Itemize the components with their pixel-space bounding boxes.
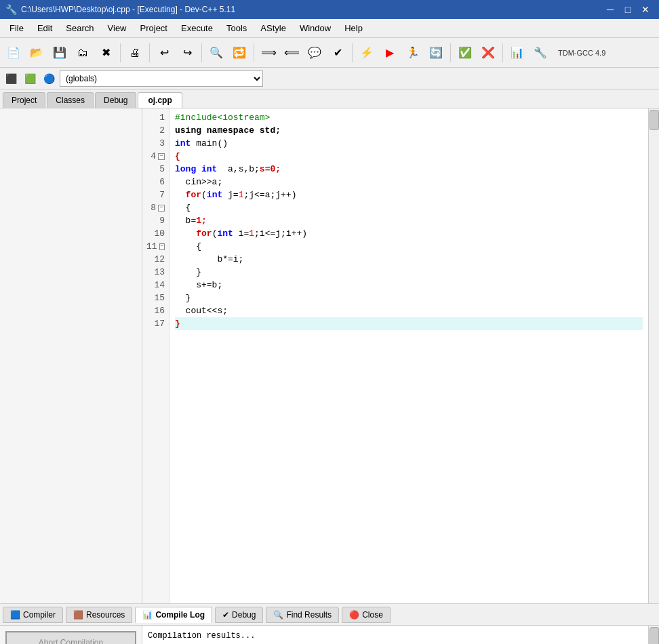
replace-button[interactable]: 🔁 — [228, 42, 250, 64]
line-num-17: 17 — [142, 317, 169, 330]
run-button[interactable]: ▶ — [379, 42, 401, 64]
code-editor[interactable]: 1 2 3 4− 5 6 7 8− 9 10 11− 12 13 14 15 1… — [142, 108, 659, 603]
line-num-5: 5 — [142, 163, 169, 176]
redo-button[interactable]: ↪ — [176, 42, 198, 64]
profile-button[interactable]: 📊 — [506, 42, 528, 64]
toolbar-separator-5 — [352, 43, 353, 62]
editor-vscroll-thumb[interactable] — [650, 110, 659, 130]
indent-button[interactable]: ⟹ — [258, 42, 279, 64]
tab-debug[interactable]: Debug — [95, 92, 136, 108]
print-button[interactable]: 🖨 — [124, 42, 146, 64]
line-numbers: 1 2 3 4− 5 6 7 8− 9 10 11− 12 13 14 15 1… — [142, 108, 169, 603]
tab-project[interactable]: Project — [3, 92, 45, 108]
menu-file[interactable]: File — [3, 20, 31, 36]
save-button[interactable]: 💾 — [49, 42, 71, 64]
fold-marker-8[interactable]: − — [158, 205, 165, 212]
debug-icon: ✔ — [222, 610, 229, 620]
menu-project[interactable]: Project — [134, 20, 174, 36]
tab-classes[interactable]: Classes — [47, 92, 94, 108]
output-vscroll-thumb[interactable] — [650, 627, 659, 644]
code-line-6: cin>>a; — [175, 176, 643, 188]
code-line-15: } — [175, 291, 643, 304]
code-line-9: b=1; — [175, 214, 643, 227]
tab-compiler[interactable]: 🟦 Compiler — [3, 607, 63, 623]
new-project-button[interactable]: 🟩 — [22, 71, 38, 87]
resources-icon: 🟫 — [73, 610, 83, 620]
toolbar-separator-6 — [450, 43, 451, 62]
syntax-check-button[interactable]: ✔ — [327, 42, 348, 64]
line-num-1: 1 — [142, 111, 169, 124]
toolbar-separator-2 — [149, 43, 150, 62]
bottom-content: Abort Compilation Shorten compiler paths… — [0, 626, 659, 644]
app-icon: 🔧 — [5, 4, 17, 15]
tab-file[interactable]: oj.cpp — [138, 92, 182, 108]
close-button[interactable]: ✕ — [637, 3, 654, 16]
code-line-14: s+=b; — [175, 279, 643, 291]
line-num-3: 3 — [142, 137, 169, 150]
line-num-11: 11− — [142, 240, 169, 253]
undo-button[interactable]: ↩ — [153, 42, 175, 64]
close-file-button[interactable]: ✖ — [95, 42, 117, 64]
tab-resources[interactable]: 🟫 Resources — [66, 607, 132, 623]
line-num-12: 12 — [142, 253, 169, 266]
abort-compilation-button[interactable]: Abort Compilation — [5, 631, 136, 644]
compile-run-button[interactable]: 🏃 — [402, 42, 424, 64]
line-num-8: 8− — [142, 201, 169, 214]
debug-button[interactable]: ✅ — [454, 42, 476, 64]
output-line-1: Compilation results... — [148, 631, 643, 641]
menu-window[interactable]: Window — [293, 20, 338, 36]
compile-output[interactable]: Compilation results... ---------- - Erro… — [142, 626, 648, 644]
findresults-icon: 🔍 — [273, 610, 283, 620]
line-num-15: 15 — [142, 291, 169, 304]
code-area[interactable]: #include<iostream> using namespace std; … — [169, 108, 648, 603]
close-tab-icon: 🔴 — [349, 610, 359, 620]
bookmarks-button[interactable]: 🔵 — [41, 71, 57, 87]
tab-compile-log[interactable]: 📊 Compile Log — [135, 607, 212, 623]
menu-view[interactable]: View — [101, 20, 134, 36]
code-line-5: long int a,s,b;s=0; — [175, 163, 643, 176]
compilelog-icon: 📊 — [142, 610, 153, 620]
line-num-10: 10 — [142, 227, 169, 240]
save-all-button[interactable]: 🗂 — [72, 42, 94, 64]
new-button[interactable]: 📄 — [3, 42, 24, 64]
line-num-13: 13 — [142, 266, 169, 279]
find-button[interactable]: 🔍 — [205, 42, 227, 64]
menu-help[interactable]: Help — [338, 20, 370, 36]
line-num-9: 9 — [142, 214, 169, 227]
fold-marker-4[interactable]: − — [158, 153, 165, 160]
toggle-comment-button[interactable]: 💬 — [304, 42, 325, 64]
code-line-16: cout<<s; — [175, 304, 643, 317]
stop-debug-button[interactable]: ❌ — [477, 42, 499, 64]
editor-vscroll[interactable] — [648, 108, 659, 603]
line-num-6: 6 — [142, 176, 169, 188]
window-title: C:\Users\HWP\Desktop\oj.cpp - [Executing… — [21, 5, 235, 14]
minimize-button[interactable]: ─ — [602, 3, 618, 16]
unindent-button[interactable]: ⟸ — [281, 42, 302, 64]
code-line-2: using namespace std; — [175, 124, 643, 137]
globals-dropdown[interactable]: (globals) — [60, 71, 263, 87]
line-num-4: 4− — [142, 150, 169, 163]
compile-button[interactable]: ⚡ — [356, 42, 378, 64]
left-panel — [0, 108, 142, 603]
tab-close[interactable]: 🔴 Close — [342, 607, 391, 623]
bottom-panel: 🟦 Compiler 🟫 Resources 📊 Compile Log ✔ D… — [0, 603, 659, 644]
tab-debug[interactable]: ✔ Debug — [215, 607, 263, 623]
maximize-button[interactable]: □ — [620, 3, 636, 16]
fold-marker-11[interactable]: − — [159, 243, 165, 250]
menu-execute[interactable]: Execute — [174, 20, 220, 36]
menu-edit[interactable]: Edit — [31, 20, 59, 36]
output-vscroll[interactable] — [648, 626, 659, 644]
rebuild-button[interactable]: 🔄 — [425, 42, 447, 64]
menu-astyle[interactable]: AStyle — [254, 20, 293, 36]
tab-find-results[interactable]: 🔍 Find Results — [266, 607, 339, 623]
toolbar-separator-7 — [502, 43, 503, 62]
title-bar-controls[interactable]: ─ □ ✕ — [602, 3, 654, 16]
open-button[interactable]: 📂 — [26, 42, 47, 64]
menu-search[interactable]: Search — [59, 20, 100, 36]
output-line-2: ---------- — [148, 641, 643, 644]
project-manager-button[interactable]: 🔧 — [530, 42, 551, 64]
workspace-button[interactable]: ⬛ — [3, 71, 19, 87]
line-num-16: 16 — [142, 304, 169, 317]
code-line-8: { — [175, 201, 643, 214]
menu-tools[interactable]: Tools — [220, 20, 254, 36]
